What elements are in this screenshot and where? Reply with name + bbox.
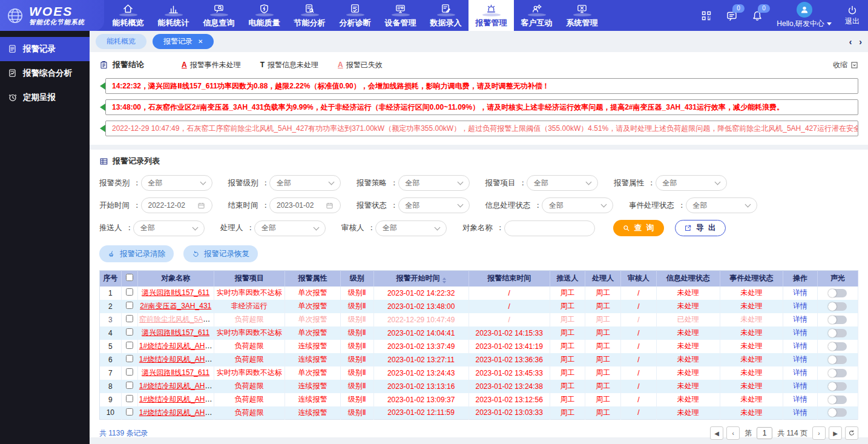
col-header-start-time[interactable]: 报警开始时间 bbox=[373, 271, 469, 287]
sound-light-toggle[interactable] bbox=[828, 342, 847, 351]
close-icon[interactable]: ✕ bbox=[198, 38, 203, 45]
tab-energy-overview[interactable]: 能耗概览 bbox=[96, 34, 146, 49]
row-checkbox[interactable] bbox=[126, 328, 133, 336]
object-name-link[interactable]: 1#烧结冷却风机_AH6_... bbox=[139, 395, 214, 403]
clear-records-button[interactable]: 报警记录清除 bbox=[99, 245, 174, 262]
sound-light-toggle[interactable] bbox=[828, 302, 847, 311]
nav-item-energy-overview[interactable]: 能耗概览 bbox=[105, 0, 151, 31]
row-checkbox[interactable] bbox=[126, 368, 133, 376]
pusher-select[interactable]: 全部 bbox=[133, 220, 205, 236]
detail-link[interactable]: 详情 bbox=[793, 288, 807, 297]
sound-light-toggle[interactable] bbox=[828, 408, 847, 417]
sound-light-toggle[interactable] bbox=[828, 356, 847, 364]
auditor-select[interactable]: 全部 bbox=[375, 220, 447, 236]
sound-light-toggle[interactable] bbox=[828, 382, 847, 391]
detail-link[interactable]: 详情 bbox=[793, 382, 807, 390]
sort-icon[interactable] bbox=[442, 277, 446, 283]
handler-select[interactable]: 全部 bbox=[254, 220, 326, 236]
tab-scroll-left-icon[interactable]: ‹ bbox=[849, 37, 852, 47]
select-all-checkbox[interactable] bbox=[126, 274, 133, 281]
nav-item-device-mgmt[interactable]: 设备管理 bbox=[378, 0, 423, 31]
detail-link[interactable]: 详情 bbox=[793, 408, 807, 417]
search-button[interactable]: 查 询 bbox=[613, 220, 664, 236]
sound-light-toggle[interactable] bbox=[828, 369, 847, 377]
object-name-link[interactable]: 1#烧结冷却风机_AH6_... bbox=[139, 382, 214, 390]
legend-expired[interactable]: A报警已失效 bbox=[338, 60, 383, 70]
sound-light-toggle[interactable] bbox=[828, 289, 847, 297]
sound-light-toggle[interactable] bbox=[828, 396, 847, 404]
message-icon[interactable]: 0 bbox=[726, 10, 738, 22]
object-name-link[interactable]: 窑前除尘北风机_5AH_... bbox=[139, 315, 214, 323]
next-page-button[interactable]: › bbox=[812, 426, 826, 440]
detail-link[interactable]: 详情 bbox=[793, 395, 807, 403]
collapse-button[interactable]: 收缩 bbox=[833, 60, 858, 70]
row-checkbox[interactable] bbox=[126, 355, 133, 362]
alarm-item-select[interactable]: 全部 bbox=[527, 175, 598, 191]
detail-link[interactable]: 详情 bbox=[793, 355, 807, 363]
detail-link[interactable]: 详情 bbox=[793, 302, 807, 310]
info-status-select[interactable]: 全部 bbox=[542, 197, 613, 213]
legend-event-unhandled[interactable]: A报警事件未处理 bbox=[182, 60, 241, 70]
col-header-object: 对象名称 bbox=[137, 271, 214, 287]
first-page-button[interactable]: ◀ bbox=[710, 426, 723, 440]
detail-link[interactable]: 详情 bbox=[793, 328, 807, 337]
object-name-link[interactable]: 2#南变压器_3AH_431 bbox=[140, 302, 211, 310]
last-page-button[interactable]: ▶ bbox=[829, 426, 842, 440]
object-name-link[interactable]: 潞兴回路Ⅱ线157_611 bbox=[142, 328, 209, 337]
start-date-picker[interactable]: 2022-12-02 bbox=[141, 197, 212, 213]
object-name-link[interactable]: 1#烧结冷却风机_AH6_... bbox=[139, 355, 214, 363]
tab-scroll-right-icon[interactable]: › bbox=[859, 37, 862, 47]
nav-item-system-mgmt[interactable]: 系统管理 bbox=[559, 0, 605, 31]
logout-button[interactable]: 退出 bbox=[845, 5, 860, 27]
export-button[interactable]: 导 出 bbox=[675, 220, 726, 236]
sidebar-item-alarm-analysis[interactable]: 报警综合分析 bbox=[0, 61, 90, 85]
current-page-input[interactable]: 1 bbox=[757, 427, 772, 439]
alarm-attr-select[interactable]: 全部 bbox=[656, 175, 727, 191]
user-menu[interactable]: Hello,研发中心 bbox=[777, 2, 832, 29]
sidebar-item-periodic-report[interactable]: 定期呈报 bbox=[0, 85, 90, 110]
prev-page-button[interactable]: ‹ bbox=[726, 426, 740, 440]
detail-link[interactable]: 详情 bbox=[793, 368, 807, 377]
table-body: 1 潞兴回路Ⅱ线157_611 实时功率因数不达标 单次报警 级别Ⅱ 2023-… bbox=[100, 287, 858, 420]
row-checkbox[interactable] bbox=[126, 382, 133, 389]
nav-item-energy-stats[interactable]: 能耗统计 bbox=[151, 0, 196, 31]
alarm-level-select[interactable]: 全部 bbox=[269, 175, 341, 191]
cell-auditor: / bbox=[621, 393, 657, 406]
bell-icon[interactable]: 0 bbox=[751, 10, 763, 22]
row-checkbox[interactable] bbox=[126, 288, 133, 296]
refresh-button[interactable] bbox=[845, 426, 858, 440]
object-name-link[interactable]: 1#烧结冷却风机_AH6_... bbox=[139, 408, 214, 417]
object-name-link[interactable]: 潞兴回路Ⅱ线157_611 bbox=[142, 288, 209, 297]
end-date-picker[interactable]: 2023-01-02 bbox=[269, 197, 341, 213]
row-checkbox[interactable] bbox=[126, 408, 133, 416]
nav-item-saving-analysis[interactable]: 节能分析 bbox=[287, 0, 332, 31]
row-checkbox[interactable] bbox=[126, 342, 133, 349]
restore-records-button[interactable]: 报警记录恢复 bbox=[183, 245, 258, 262]
object-name-input[interactable] bbox=[504, 220, 595, 236]
sound-light-toggle[interactable] bbox=[828, 316, 847, 324]
sound-light-toggle[interactable] bbox=[828, 329, 847, 337]
row-checkbox[interactable] bbox=[126, 302, 133, 309]
nav-item-info-query[interactable]: 信息查询 bbox=[196, 0, 242, 31]
nav-item-power-quality[interactable]: 电能质量 bbox=[242, 0, 287, 31]
tab-alarm-records[interactable]: 报警记录 ✕ bbox=[153, 34, 214, 49]
sidebar-label: 定期呈报 bbox=[23, 92, 56, 103]
alarm-category-select[interactable]: 全部 bbox=[141, 175, 212, 191]
sidebar-item-alarm-records[interactable]: 报警记录 bbox=[0, 37, 90, 61]
detail-link[interactable]: 详情 bbox=[793, 315, 807, 323]
legend-info-unhandled[interactable]: T报警信息未处理 bbox=[260, 60, 318, 70]
nav-item-customer[interactable]: 客户互动 bbox=[514, 0, 559, 31]
qr-code-icon[interactable] bbox=[700, 10, 712, 22]
nav-item-diagnosis[interactable]: 分析诊断 bbox=[332, 0, 378, 31]
row-checkbox[interactable] bbox=[126, 395, 133, 402]
nav-item-alarm-mgmt[interactable]: 报警管理 bbox=[469, 0, 514, 31]
file-list-icon bbox=[8, 44, 18, 54]
alarm-status-select[interactable]: 全部 bbox=[398, 197, 470, 213]
alarm-strategy-select[interactable]: 全部 bbox=[398, 175, 470, 191]
object-name-link[interactable]: 1#烧结冷却风机_AH6_... bbox=[139, 342, 214, 350]
nav-item-data-entry[interactable]: 数据录入 bbox=[423, 0, 469, 31]
event-status-select[interactable]: 全部 bbox=[686, 197, 757, 213]
object-name-link[interactable]: 潞兴回路Ⅱ线157_611 bbox=[142, 368, 209, 377]
detail-link[interactable]: 详情 bbox=[793, 342, 807, 350]
row-checkbox[interactable] bbox=[126, 315, 133, 322]
